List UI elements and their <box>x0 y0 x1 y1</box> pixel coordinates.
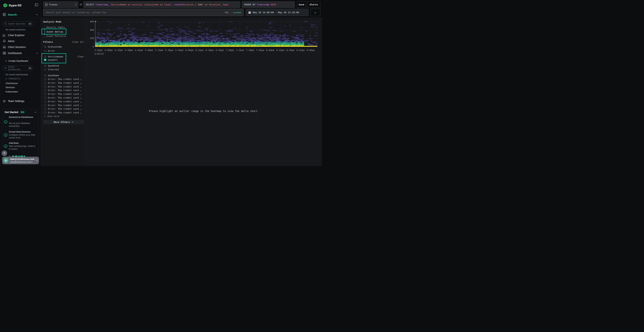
check-circle-icon <box>4 133 8 137</box>
saved-searches-input[interactable]: Saved Searches ⌘K <box>2 21 34 26</box>
gear-icon <box>2 100 6 103</box>
duration-heatmap-chart[interactable] <box>93 20 320 48</box>
filter-checkbox-row[interactable]: Error: The credit card … <box>44 78 82 80</box>
filter-checkbox-row[interactable]: Error: The credit card … <box>44 104 82 106</box>
main-content: 0200400600 3:45pm4:00pm4:15pm4:30pm4:45p… <box>86 17 322 166</box>
checkbox-unchecked[interactable] <box>44 93 46 95</box>
sidebar-item-team-settings[interactable]: Team Settings <box>0 99 41 104</box>
account-chip[interactable]: D dale@clickhouse.com dale@clickhouse.co… <box>2 157 39 164</box>
sql-token: DESC <box>270 3 276 6</box>
sql-orderby-editor[interactable]: ORDER BY Timestamp DESC <box>242 1 295 8</box>
checkbox-unchecked[interactable] <box>44 68 46 71</box>
brand[interactable]: HyperDX <box>3 3 22 8</box>
checkbox-unchecked[interactable] <box>44 78 46 80</box>
live-tail-button[interactable]: ▷ <box>310 9 320 16</box>
sql-token: Timestamp <box>257 3 269 6</box>
sql-token: Duration <box>182 3 194 6</box>
filter-group-spankind: SpanKind <box>44 64 59 67</box>
search-icon[interactable] <box>44 74 46 76</box>
checkbox-unchecked[interactable] <box>44 82 46 84</box>
sidebar-item-search[interactable]: Search <box>0 12 41 17</box>
sql-token: ORDER BY <box>244 3 257 6</box>
search-icon[interactable] <box>44 65 46 67</box>
team-settings-label: Team Settings <box>8 100 24 102</box>
tab-results-table[interactable]: Results Table <box>46 26 65 28</box>
tab-event-patterns[interactable]: Event Patterns <box>46 35 66 38</box>
search-icon <box>4 67 7 69</box>
source-select[interactable]: Traces <box>43 1 78 8</box>
show-more-link[interactable]: Show more <box>44 115 60 118</box>
sidebar-item-label: Search <box>8 13 17 16</box>
sidebar-item-chart-explorer[interactable]: Chart Explorer <box>0 33 41 38</box>
checkbox-unchecked[interactable] <box>44 50 46 52</box>
filter-checkbox-row[interactable]: Error: The credit card … <box>44 82 82 84</box>
sidebar-item-alerts[interactable]: Alerts <box>0 39 41 44</box>
clear-servicename-link[interactable]: Clear <box>78 56 84 58</box>
delta-chart-empty-message: Please highlight an outlier range in the… <box>86 110 322 112</box>
sidebar-collapse-icon[interactable] <box>35 4 38 6</box>
filter-checkbox-row[interactable]: Error: The credit card … <box>44 108 82 110</box>
chevron-up-icon[interactable] <box>36 14 38 15</box>
presets-toggle[interactable]: PRESETS <box>5 78 20 80</box>
y-tick-label: 400 <box>86 28 94 31</box>
filter-checkbox-row[interactable]: Error <box>44 50 55 52</box>
checkbox-unchecked[interactable] <box>44 89 46 92</box>
sidebar-item-client-sessions[interactable]: Client Sessions <box>0 45 41 49</box>
help-button[interactable]: ? <box>2 150 7 156</box>
sql-select-editor[interactable]: SELECT Timestamp, ServiceName as service… <box>83 1 240 8</box>
alerts-button[interactable]: Alerts <box>307 1 320 8</box>
checkbox-unchecked[interactable] <box>44 108 46 110</box>
filter-checkbox-row[interactable]: Internal <box>44 68 59 71</box>
filter-option-label: Error: The credit card … <box>48 108 82 110</box>
filters-heading: Filters <box>43 40 53 43</box>
tab-event-deltas[interactable]: Event Deltas <box>46 30 63 33</box>
filter-checkbox-row[interactable]: Error: The credit card … <box>44 93 82 95</box>
checkbox-checked[interactable] <box>44 59 46 61</box>
filter-option-label: Error: The credit card … <box>48 85 82 88</box>
create-dashboard-label: Create Dashboard <box>8 60 28 62</box>
filter-checkbox-row[interactable]: Error: The credit card … <box>44 96 82 99</box>
search-input[interactable] <box>43 9 244 16</box>
checkbox-unchecked[interactable] <box>44 112 46 114</box>
x-tick-label: 7:30pm <box>246 49 254 52</box>
time-range-value: May 26 15:40:00 - May 26 21:10:00 <box>253 11 299 14</box>
checkbox-unchecked[interactable] <box>44 104 46 106</box>
create-dashboard-button[interactable]: + Create Dashboard <box>0 59 41 63</box>
checkbox-unchecked[interactable] <box>44 100 46 103</box>
preset-item-services[interactable]: Services <box>6 86 15 89</box>
filter-checkbox-row[interactable]: Error: The credit card … <box>44 100 82 103</box>
hyperdx-app: { "app": { "brand": "HyperDX" }, "topbar… <box>0 0 322 166</box>
saved-searches-placeholder: Saved Searches <box>8 22 27 25</box>
save-button[interactable]: Save <box>297 1 306 8</box>
checkbox-unchecked[interactable] <box>44 96 46 99</box>
filter-checkbox-row[interactable]: Error: The credit card … <box>44 89 82 92</box>
gear-icon[interactable] <box>79 3 82 6</box>
lucene-mode-button[interactable]: Lucene <box>233 11 241 14</box>
search-icon[interactable] <box>44 46 46 48</box>
filter-checkbox-row[interactable]: payment <box>44 58 58 61</box>
sql-token: , <box>171 3 174 6</box>
filter-checkbox-row[interactable]: Error: The credit card … <box>44 85 82 88</box>
checkbox-unchecked[interactable] <box>44 86 46 88</box>
clear-all-filters-link[interactable]: Clear all <box>72 41 84 43</box>
x-tick-label: 3:45pm <box>94 49 102 52</box>
search-icon[interactable] <box>44 56 46 58</box>
sql-token: round <box>174 3 181 6</box>
get-started-card: Get Started 3/3 Connect to ClickHouse Se… <box>2 109 39 158</box>
sql-mode-button[interactable]: SQL <box>225 11 229 14</box>
filter-checkbox-row[interactable]: Error: The credit card … <box>44 111 82 114</box>
x-tick-label: 5:30pm <box>165 49 173 52</box>
chevron-up-icon[interactable] <box>36 52 38 54</box>
chevron-up-icon[interactable] <box>34 112 36 113</box>
saved-dashboards-input[interactable]: Saved Dashboards ⌘K <box>2 66 34 70</box>
time-range-picker[interactable]: May 26 15:40:00 - May 26 21:10:00 <box>246 9 308 16</box>
preset-item-clickhouse[interactable]: ClickHouse <box>6 82 18 84</box>
more-filters-button[interactable]: More filters <box>43 120 84 124</box>
x-tick-label: 8:15pm <box>276 49 284 52</box>
filter-option-label: Error: The credit card … <box>48 104 82 106</box>
hyperdx-logo-icon <box>3 3 7 8</box>
preset-item-kubernetes[interactable]: Kubernetes <box>6 90 18 93</box>
x-tick-label: 6:15pm <box>196 49 204 52</box>
sidebar-item-dashboards[interactable]: Dashboards <box>0 51 41 56</box>
get-started-item-desc: Configure where your data comes from <box>9 134 38 139</box>
